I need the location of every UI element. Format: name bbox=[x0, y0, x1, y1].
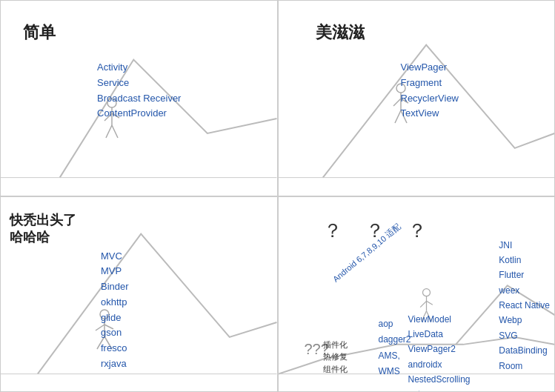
q3-tech-item: gson bbox=[101, 325, 129, 341]
q4-bottom-labels: 插件化 热修复 组件化 bbox=[323, 339, 348, 376]
svg-line-25 bbox=[427, 301, 433, 305]
q1-tech-item: Activity bbox=[97, 60, 181, 76]
q4-tech-list-mid: ViewModel LiveData ViewPager2 androidx N… bbox=[408, 312, 471, 393]
q2-tech-item: TextView bbox=[401, 106, 459, 122]
q1-tech-list: Activity Service Broadcast Receiver Cont… bbox=[97, 60, 181, 122]
quadrant-bald: 快秃出头了哈哈哈 MVC MVP Binder okhttp glide gso… bbox=[0, 196, 278, 393]
svg-point-22 bbox=[423, 289, 431, 296]
label-plugin: 插件化 bbox=[323, 339, 348, 351]
q4-tech-item: JNI bbox=[499, 238, 550, 253]
q4-tech-item: DataBinding bbox=[499, 343, 550, 358]
main-grid: 简单 Activity Service Broadcast Receiver C… bbox=[0, 0, 555, 392]
q4-tech-list-bottom: aop dagger2 AMS, WMS bbox=[379, 316, 411, 380]
q4-tech-item: androidx bbox=[408, 357, 471, 372]
label-hotfix: 热修复 bbox=[323, 351, 348, 363]
q2-tech-item: ViewPager bbox=[401, 60, 459, 76]
svg-line-24 bbox=[420, 301, 426, 307]
q4-tech-item: Webp bbox=[499, 313, 550, 328]
q4-tech-item: NestedScrolling bbox=[408, 372, 471, 387]
q4-tech-item: Kotlin bbox=[499, 253, 550, 268]
q3-mountain bbox=[1, 197, 277, 392]
q1-tech-item: Service bbox=[97, 76, 181, 91]
q2-tech-item: RecyclerView bbox=[401, 91, 459, 107]
q4-tech-item: SVG bbox=[499, 328, 550, 343]
q3-tech-item: MVP bbox=[101, 264, 129, 279]
q2-tech-item: Fragment bbox=[401, 76, 459, 91]
quadrant-simple: 简单 Activity Service Broadcast Receiver C… bbox=[0, 0, 278, 196]
q4-tech-item: Flutter bbox=[499, 268, 550, 282]
q4-tech-item: ViewPager2 bbox=[408, 342, 471, 356]
svg-line-12 bbox=[395, 110, 401, 123]
q4-tech-item: ViewModel bbox=[408, 312, 471, 327]
q3-tech-item: glide bbox=[101, 310, 129, 326]
q4-tech-item: apt bbox=[408, 387, 471, 392]
q4-tech-item: WMS bbox=[379, 364, 411, 380]
q3-tech-item: fresco bbox=[101, 341, 129, 356]
q4-tech-item: weex bbox=[499, 283, 550, 298]
q4-tech-item: LiveData bbox=[408, 327, 471, 342]
svg-line-6 bbox=[112, 125, 118, 138]
q1-tech-item: ContentProvider bbox=[97, 106, 181, 122]
q1-tech-item: Broadcast Receiver bbox=[97, 91, 181, 107]
label-component: 组件化 bbox=[323, 363, 348, 376]
q4-tech-item: React Native bbox=[499, 298, 550, 313]
q3-tech-item: Binder bbox=[101, 279, 129, 295]
q4-tech-list-right: JNI Kotlin Flutter weex React Native Web… bbox=[499, 238, 550, 374]
q3-tech-list: MVC MVP Binder okhttp glide gson fresco … bbox=[101, 249, 129, 372]
svg-line-10 bbox=[393, 99, 401, 106]
quadrant-meizizi: 美滋滋 ViewPager Fragment RecyclerView Text… bbox=[278, 0, 556, 196]
q3-tech-item: okhttp bbox=[101, 295, 129, 310]
q4-tech-item: aop bbox=[379, 316, 411, 333]
q2-tech-list: ViewPager Fragment RecyclerView TextView bbox=[401, 60, 459, 122]
svg-line-5 bbox=[106, 125, 112, 138]
q4-tech-item: dagger2 bbox=[379, 332, 411, 348]
q3-tech-item: rxjava bbox=[101, 356, 129, 372]
q4-tech-item: Room bbox=[499, 359, 550, 373]
quadrant-advanced: ？ ？ ？ Android 6,7,8,9,10 适配 ??? 插件化 热修复 … bbox=[278, 196, 556, 393]
q3-tech-item: MVC bbox=[101, 249, 129, 265]
q4-tech-item: AMS, bbox=[379, 348, 411, 365]
